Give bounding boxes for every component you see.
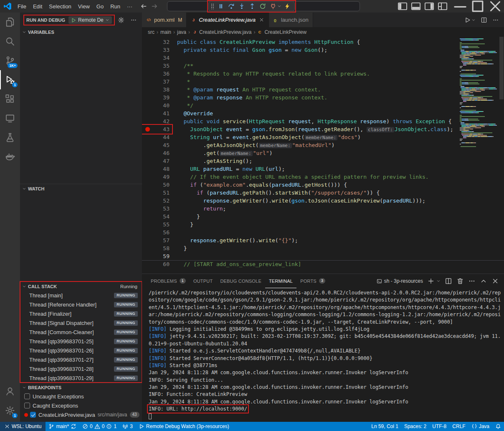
tab-pom.xml[interactable]: pom.xmlM [142, 13, 187, 27]
code-line[interactable]: 35 /** [142, 62, 504, 70]
code-line[interactable]: 55 } [142, 221, 504, 228]
breakpoint-item[interactable]: Uncaught Exceptions [20, 392, 142, 401]
debug-step-over-button[interactable] [226, 2, 236, 11]
code-line[interactable]: 58 } [142, 244, 504, 252]
code-line[interactable]: 52 response.getWriter().write(gson.toJso… [142, 197, 504, 205]
panel-more-actions-icon[interactable] [468, 277, 476, 285]
code-line[interactable]: 54 } [142, 213, 504, 221]
code-line[interactable]: 42 public void service(HttpRequest reque… [142, 117, 504, 125]
tab-createlinkpreview.java[interactable]: JCreateLinkPreview.java [187, 13, 269, 27]
panel-tab-ports[interactable]: PORTS3 [296, 274, 329, 288]
breadcrumb-item[interactable]: java [177, 29, 186, 35]
call-stack-thread[interactable]: Thread [qtp399683701-25]RUNNING [20, 337, 142, 346]
call-stack-thread[interactable]: Thread [Common-Cleaner]RUNNING [20, 327, 142, 337]
tab-launch.json[interactable]: {}launch.json [269, 13, 313, 27]
menu-view[interactable]: View [75, 2, 93, 11]
minimap[interactable] [460, 38, 498, 147]
notifications[interactable] [492, 422, 504, 431]
breakpoint-margin[interactable] [142, 127, 153, 132]
breadcrumb-item[interactable]: JCreateLinkPreview.java [192, 29, 251, 35]
terminal-dropdown-icon[interactable] [436, 277, 441, 285]
code-line[interactable]: 51 if (parsedURL.getPath().startsWith("/… [142, 189, 504, 197]
split-terminal-icon[interactable] [445, 277, 452, 285]
code-line[interactable]: 33 private static final Gson gson = new … [142, 46, 504, 54]
close-panel-icon[interactable] [491, 277, 499, 285]
toggle-secondary-sidebar-icon[interactable] [424, 1, 435, 12]
code-line[interactable]: 59 [142, 252, 504, 260]
call-stack-thread[interactable]: Thread [qtp399683701-28]RUNNING [20, 364, 142, 373]
breakpoints-section-header[interactable]: BREAKPOINTS [20, 383, 142, 392]
launch-config-select[interactable]: Remote De [68, 16, 112, 24]
debug-disconnect-dropdown[interactable] [277, 2, 282, 11]
breakpoint-checkbox[interactable] [30, 412, 36, 418]
code-line[interactable]: 53 return; [142, 205, 504, 213]
split-editor-icon[interactable] [481, 17, 487, 23]
customize-layout-icon[interactable] [437, 1, 448, 12]
call-stack-thread[interactable]: Thread [Signal Dispatcher]RUNNING [20, 318, 142, 327]
activity-docker[interactable] [0, 147, 20, 166]
breadcrumb-item[interactable]: src [148, 29, 154, 35]
code-line[interactable]: 50 if ("example.com".equals(parsedURL.ge… [142, 181, 504, 189]
code-line[interactable]: 56 [142, 228, 504, 236]
nav-back-icon[interactable] [140, 3, 147, 10]
code-line[interactable]: 41 @Override [142, 109, 504, 117]
terminal-output[interactable]: /pierrick/.m2/repository/io/cloudevents/… [142, 288, 504, 422]
call-stack-thread[interactable]: Thread [Reference Handler]RUNNING [20, 300, 142, 309]
code-line[interactable]: 46 .get(memberName:"url") [142, 149, 504, 157]
language-mode[interactable]: Java [469, 422, 492, 431]
ports-indicator[interactable]: 3 [119, 422, 136, 431]
drag-handle-icon[interactable] [211, 3, 214, 9]
debug-step-out-button[interactable] [247, 2, 257, 11]
maximize-button[interactable] [469, 0, 486, 13]
code-line[interactable]: 32public class CreateLinkPreview impleme… [142, 38, 504, 46]
breadcrumb-item[interactable]: main [160, 29, 171, 35]
menu-run[interactable]: Run [107, 2, 124, 11]
code-line[interactable]: 47 .getAsString(); [142, 157, 504, 165]
variables-section-header[interactable]: VARIABLES [20, 28, 142, 37]
debug-settings-gear-icon[interactable] [118, 17, 124, 23]
cursor-position[interactable]: Ln 59, Col 1 [368, 422, 401, 431]
code-line[interactable]: 37 * [142, 78, 504, 86]
call-stack-thread[interactable]: Thread [qtp399683701-26]RUNNING [20, 346, 142, 355]
kill-terminal-icon[interactable] [456, 277, 464, 285]
watch-section-header[interactable]: WATCH [20, 184, 142, 193]
debug-pause-button[interactable] [216, 2, 226, 11]
branch-indicator[interactable]: main* [46, 422, 79, 431]
panel-tab-debug-console[interactable]: DEBUG CONSOLE [216, 274, 265, 288]
activity-source-control[interactable]: 1K+ [0, 51, 20, 70]
call-stack-section-header[interactable]: CALL STACK Running [20, 281, 142, 291]
menu-selection[interactable]: Selection [46, 2, 74, 11]
toggle-sidebar-icon[interactable] [397, 1, 408, 12]
call-stack-thread[interactable]: Thread [main]RUNNING [20, 291, 142, 300]
code-line[interactable]: 36 * Responds to any HTTP request relate… [142, 70, 504, 78]
menu-overflow[interactable]: ··· [124, 2, 136, 11]
debug-status[interactable]: Remote Debug Watch (3p-resources) [136, 422, 232, 431]
call-stack-thread[interactable]: Thread [qtp399683701-29]RUNNING [20, 373, 142, 383]
code-line[interactable]: 45 .getAsJsonObject(memberName:"matchedU… [142, 141, 504, 149]
panel-tab-output[interactable]: OUTPUT [190, 274, 216, 288]
breakpoint-item[interactable]: Caught Exceptions [20, 401, 142, 410]
new-terminal-icon[interactable] [427, 277, 435, 285]
breadcrumb-item[interactable]: CCreateLinkPreview [257, 29, 306, 35]
more-actions-icon[interactable] [130, 17, 137, 23]
code-line[interactable]: 60 // [START add_ons_case_preview_link] [142, 260, 504, 268]
remote-indicator[interactable]: WSL: Ubuntu [0, 422, 46, 431]
activity-run-and-debug[interactable]: 1 [0, 70, 20, 89]
code-line[interactable]: 40 */ [142, 101, 504, 109]
menu-go[interactable]: Go [93, 2, 107, 11]
editor-scrollbar[interactable] [499, 37, 504, 99]
close-window-button[interactable] [486, 0, 504, 13]
code-line[interactable]: 34 [142, 54, 504, 62]
debug-restart-button[interactable] [258, 2, 268, 11]
maximize-panel-icon[interactable] [480, 277, 487, 285]
activity-testing[interactable] [0, 128, 20, 147]
code-line[interactable]: 43 JsonObject event = gson.fromJson(requ… [142, 125, 504, 133]
code-line[interactable]: 49 // If the event object URL matches a … [142, 173, 504, 181]
encoding[interactable]: UTF-8 [429, 422, 449, 431]
code-line[interactable]: 48 URL parsedURL = new URL(url); [142, 165, 504, 173]
editor-more-actions-icon[interactable] [492, 17, 499, 23]
code-line[interactable]: 57 response.getWriter().write("{}"); [142, 236, 504, 244]
run-file-button[interactable] [464, 17, 476, 23]
activity-explorer[interactable] [0, 13, 20, 32]
activity-settings[interactable]: 1 [0, 401, 20, 420]
